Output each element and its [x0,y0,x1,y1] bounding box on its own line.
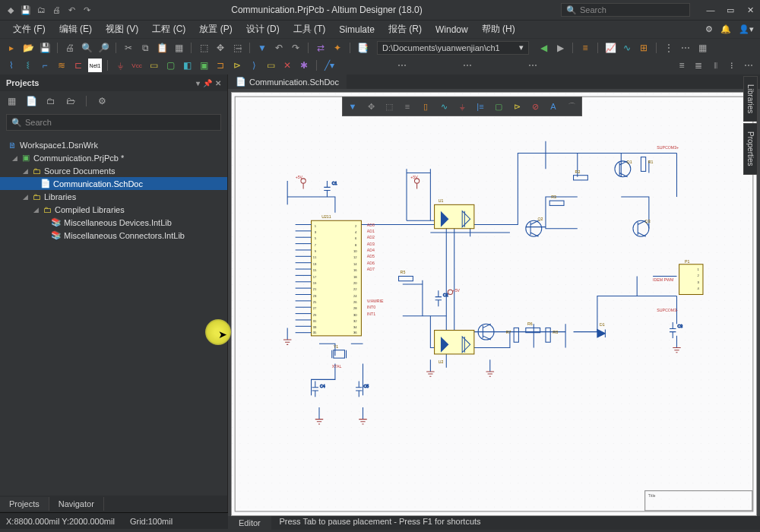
select-icon[interactable]: ⬚ [197,41,211,55]
tree-project[interactable]: ◢▣Communication.PrjPcb * [0,151,227,164]
more2-icon[interactable]: ⋯ [461,59,474,72]
sheet-icon[interactable]: ▢ [492,100,505,113]
note-icon[interactable]: ✱ [297,59,311,72]
menu-report[interactable]: 报告 (R) [382,21,429,38]
compile-icon[interactable]: ▦ [5,94,18,108]
browse-icon[interactable]: 📑 [356,41,369,55]
arc-icon[interactable]: ⌒ [565,100,578,113]
highlight-icon[interactable]: ✦ [331,41,344,55]
bus-icon[interactable]: ⧙ [21,59,35,72]
undo-icon[interactable]: ↶ [272,41,286,55]
tree-source-folder[interactable]: ◢🗀Source Documents [0,164,227,177]
doc-icon[interactable]: 📄 [24,94,38,108]
deselect-icon[interactable]: ⬚̶ [230,41,244,55]
menu-simulate[interactable]: Simulate [332,22,382,37]
directive-icon[interactable]: ▭ [264,59,277,72]
signal-harness-icon[interactable]: ≋ [55,59,68,72]
align-right-icon[interactable]: ⫴ [708,59,722,72]
wire-icon[interactable]: ∿ [437,100,451,113]
menu-place[interactable]: 放置 (P) [192,21,239,38]
bell-icon[interactable]: 🔔 [720,24,731,34]
sheet-entry-icon[interactable]: ◧ [180,59,194,72]
rubber-icon[interactable]: ▦ [172,41,185,55]
part-icon[interactable]: ▯ [419,100,432,113]
save-icon[interactable]: 💾 [38,41,52,55]
move-icon[interactable]: ✥ [364,100,378,113]
new-icon[interactable]: ▸ [5,41,18,55]
schematic-canvas[interactable]: U211 12 34 56 78 910 1112 1314 1516 1718… [231,92,757,516]
netlabel-icon[interactable]: Net1 [88,59,102,72]
menu-project[interactable]: 工程 (C) [145,21,192,38]
tab-projects[interactable]: Projects [0,497,49,511]
harness-conn-icon[interactable]: ⊏ [71,59,85,72]
offsheet-icon[interactable]: ⟩ [247,59,261,72]
cut-icon[interactable]: ✂ [122,41,135,55]
align-center-icon[interactable]: ≣ [692,59,705,72]
cross-probe-icon[interactable]: ⇄ [314,41,328,55]
nav-back-icon[interactable]: ◀ [537,41,550,55]
no-erc-icon[interactable]: ✕ [280,59,294,72]
dist-h-icon[interactable]: ⫶ [725,59,739,72]
side-tab-properties[interactable]: Properties [743,123,758,175]
redo-icon[interactable]: ↷ [289,41,302,55]
wire-icon[interactable]: ⌇ [5,59,18,72]
filter-icon[interactable]: ▼ [255,41,269,55]
save-icon[interactable]: 💾 [20,4,32,16]
editor-tab-schdoc[interactable]: 📄 Communication.SchDoc [228,74,347,89]
path-field[interactable]: D:\Documents\yuanwenjian\ch1▾ [377,41,529,55]
line-icon[interactable]: ╱▾ [322,59,336,72]
sim-icon[interactable]: ∿ [620,41,634,55]
tree-schdoc[interactable]: 📄Communication.SchDoc [0,177,227,190]
power-vcc-icon[interactable]: Vcc [130,59,144,72]
menu-edit[interactable]: 编辑 (E) [52,21,99,38]
panel-pin-icon[interactable]: 📌 [203,79,212,87]
menu-view[interactable]: 视图 (V) [99,21,145,38]
menu-file[interactable]: 文件 (F) [6,21,52,38]
sheet-symbol-icon[interactable]: ▢ [163,59,177,72]
maximize-icon[interactable]: ▭ [725,5,736,15]
preview-icon[interactable]: 🔍 [80,41,93,55]
part-icon[interactable]: ▭ [147,59,160,72]
align-icon[interactable]: ≡ [401,100,414,113]
power-gnd-icon[interactable]: ⏚ [113,59,127,72]
more-icon[interactable]: ⋯ [395,59,409,72]
bus-entry-icon[interactable]: ⌐ [38,59,52,72]
nav-fwd-icon[interactable]: ▶ [553,41,567,55]
tree-lib2[interactable]: 📚Miscellaneous Connectors.IntLib [0,229,227,242]
zoom-icon[interactable]: 🔎 [97,41,110,55]
save-all-icon[interactable]: 🗂 [35,4,47,16]
noerc-icon[interactable]: ⊘ [528,100,542,113]
chart-icon[interactable]: 📈 [603,41,617,55]
panel-menu-icon[interactable]: ▾ [196,79,200,87]
text-icon[interactable]: A [546,100,560,113]
panel-close-icon[interactable]: ✕ [215,79,221,87]
print-icon[interactable]: 🖨 [63,41,77,55]
close-icon[interactable]: ✕ [745,5,755,15]
netlabel-icon[interactable]: |≡ [473,100,487,113]
print-icon[interactable]: 🖨 [50,4,62,16]
menu-help[interactable]: 帮助 (H) [475,21,522,38]
grid-h-icon[interactable]: ⋯ [679,41,692,55]
undo-icon[interactable]: ↶ [65,4,78,16]
gnd-icon[interactable]: ⏚ [455,100,469,113]
side-tab-libraries[interactable]: Libraries [743,76,758,122]
align-icon[interactable]: ≡ [578,41,592,55]
copy-icon[interactable]: ⧉ [138,41,152,55]
tree-lib1[interactable]: 📚Miscellaneous Devices.IntLib [0,216,227,229]
open-icon[interactable]: 📂 [21,41,35,55]
select-icon[interactable]: ⬚ [382,100,396,113]
editor-tab[interactable]: Editor [228,516,271,530]
grid-icon[interactable]: ▦ [695,41,709,55]
redo-icon[interactable]: ↷ [81,4,93,16]
global-search[interactable]: 🔍 Search [561,3,690,17]
refresh-icon[interactable]: 🗀 [44,94,58,108]
user-icon[interactable]: 👤▾ [739,24,754,34]
dist-v-icon[interactable]: ⋯ [742,59,755,72]
port-icon[interactable]: ⊳ [230,59,244,72]
grid-v-icon[interactable]: ⋮ [662,41,676,55]
tree-libraries-folder[interactable]: ◢🗀Libraries [0,190,227,203]
menu-window[interactable]: Window [429,22,475,37]
align-left-icon[interactable]: ≡ [675,59,689,72]
filter-icon[interactable]: ▼ [346,100,359,113]
move-icon[interactable]: ✥ [214,41,227,55]
